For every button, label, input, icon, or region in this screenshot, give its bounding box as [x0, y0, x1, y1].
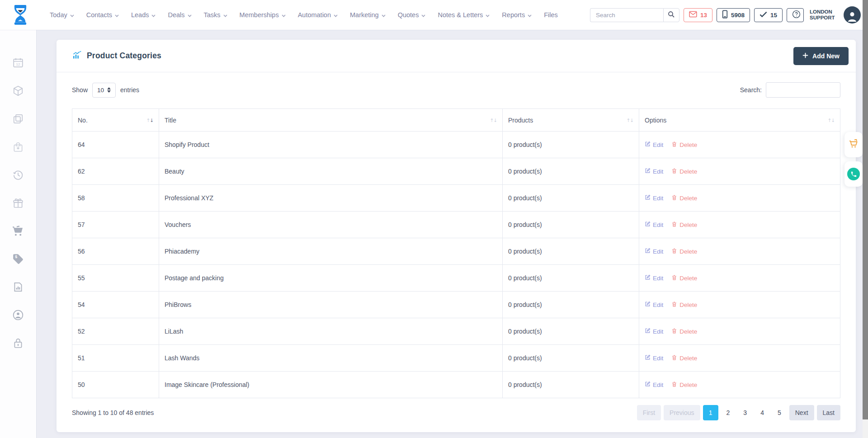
cart-side-tab[interactable]: [844, 132, 863, 157]
help-button[interactable]: [787, 8, 804, 22]
delete-link[interactable]: Delete: [671, 248, 697, 255]
cell-options: Edit Delete: [639, 212, 840, 238]
column-header-options[interactable]: Options ↑↓: [639, 109, 840, 132]
pagination-page-2[interactable]: 2: [721, 405, 736, 420]
package-icon[interactable]: [12, 85, 24, 97]
account-icon[interactable]: [12, 309, 24, 321]
plus-icon: [802, 52, 808, 60]
nav-item-contacts[interactable]: Contacts: [86, 11, 119, 19]
delete-link[interactable]: Delete: [671, 301, 697, 309]
delete-link[interactable]: Delete: [671, 141, 697, 149]
edit-link[interactable]: Edit: [645, 274, 663, 282]
nav-item-quotes[interactable]: Quotes: [398, 11, 426, 19]
edit-link[interactable]: Edit: [645, 328, 663, 335]
calls-badge[interactable]: 5908: [717, 8, 750, 22]
sort-icon: ↑↓: [626, 118, 633, 123]
edit-link[interactable]: Edit: [645, 194, 663, 202]
nav-item-leads[interactable]: Leads: [131, 11, 156, 19]
table-row: 52 LiLash 0 product(s) Edit: [72, 318, 840, 345]
edit-link[interactable]: Edit: [645, 301, 663, 308]
nav-item-label: Quotes: [398, 11, 419, 19]
column-header-no[interactable]: No. ↑↓: [72, 109, 159, 132]
chevron-down-icon: [115, 11, 119, 19]
delete-link[interactable]: Delete: [671, 194, 697, 202]
edit-link[interactable]: Edit: [645, 354, 663, 362]
delete-link[interactable]: Delete: [671, 221, 697, 229]
nav-item-label: Contacts: [86, 11, 112, 19]
add-new-button[interactable]: Add New: [793, 47, 849, 65]
nav-item-marketing[interactable]: Marketing: [350, 11, 386, 19]
delete-link[interactable]: Delete: [671, 168, 697, 175]
nav-item-reports[interactable]: Reports: [502, 11, 532, 19]
cart-icon[interactable]: [12, 225, 24, 237]
nav-item-automation[interactable]: Automation: [298, 11, 338, 19]
table-search-label: Search:: [740, 86, 762, 94]
sort-icon: ↑↓: [146, 118, 153, 123]
table-search-input[interactable]: [766, 82, 840, 98]
pagination-page-1[interactable]: 1: [703, 405, 718, 420]
column-header-title[interactable]: Title ↑↓: [159, 109, 503, 132]
table-row: 58 Professional XYZ 0 product(s) Edit: [72, 185, 840, 212]
nav-item-label: Tasks: [204, 11, 221, 19]
lock-icon[interactable]: [12, 337, 24, 349]
scrollbar-thumb[interactable]: [863, 0, 868, 419]
cell-no: 51: [72, 345, 159, 372]
product-categories-card: Product Categories Add New Show 10 entri…: [57, 40, 856, 432]
nav-item-files[interactable]: Files: [544, 11, 558, 19]
add-new-label: Add New: [812, 52, 840, 60]
edit-link[interactable]: Edit: [645, 221, 663, 228]
delete-link[interactable]: Delete: [671, 354, 697, 362]
cell-no: 58: [72, 185, 159, 212]
search-button[interactable]: [663, 8, 679, 22]
edit-link[interactable]: Edit: [645, 168, 663, 175]
cell-no: 57: [72, 212, 159, 238]
gift-icon[interactable]: [12, 197, 24, 209]
cell-products: 0 product(s): [503, 158, 639, 185]
pagination-previous[interactable]: Previous: [664, 405, 700, 420]
cell-no: 62: [72, 158, 159, 185]
pagination-page-5[interactable]: 5: [772, 405, 787, 420]
pagination-last[interactable]: Last: [817, 405, 840, 420]
avatar[interactable]: [844, 6, 861, 24]
nav-item-deals[interactable]: Deals: [168, 11, 191, 19]
nav-item-notes-letters[interactable]: Notes & Letters: [438, 11, 490, 19]
cell-options: Edit Delete: [639, 292, 840, 318]
call-side-tab[interactable]: [844, 161, 863, 187]
shopping-bag-icon[interactable]: [12, 141, 24, 153]
nav-item-today[interactable]: Today: [50, 11, 74, 19]
nav-item-tasks[interactable]: Tasks: [204, 11, 227, 19]
pagination-next[interactable]: Next: [789, 405, 814, 420]
app-logo-hourglass-icon[interactable]: [11, 5, 30, 25]
clone-icon[interactable]: [12, 113, 24, 125]
trash-icon: [671, 354, 677, 362]
report-file-icon[interactable]: [12, 281, 24, 293]
cell-no: 52: [72, 318, 159, 345]
nav-item-memberships[interactable]: Memberships: [240, 11, 286, 19]
edit-icon: [645, 221, 651, 228]
mail-badge[interactable]: 13: [684, 8, 712, 22]
page-length-value: 10: [97, 87, 104, 94]
pagination-page-4[interactable]: 4: [755, 405, 769, 420]
calls-count: 5908: [731, 12, 745, 19]
cell-title: Lash Wands: [159, 345, 503, 372]
tasks-badge[interactable]: 15: [754, 8, 783, 22]
delete-link[interactable]: Delete: [671, 274, 697, 282]
calendar-icon[interactable]: 12: [12, 57, 24, 69]
delete-link[interactable]: Delete: [671, 381, 697, 389]
pagination-page-3[interactable]: 3: [738, 405, 752, 420]
edit-link[interactable]: Edit: [645, 248, 663, 255]
edit-icon: [645, 141, 651, 148]
history-icon[interactable]: [12, 169, 24, 181]
delete-link[interactable]: Delete: [671, 328, 697, 335]
edit-link[interactable]: Edit: [645, 141, 663, 148]
cell-title: Professional XYZ: [159, 185, 503, 212]
pagination-first[interactable]: First: [637, 405, 661, 420]
cell-title: Postage and packing: [159, 265, 503, 292]
tasks-count: 15: [770, 12, 777, 19]
edit-link[interactable]: Edit: [645, 381, 663, 388]
global-search-input[interactable]: [590, 8, 663, 22]
price-tag-icon[interactable]: $: [12, 253, 24, 265]
page-length-select[interactable]: 10: [92, 83, 116, 98]
column-header-products[interactable]: Products ↑↓: [503, 109, 639, 132]
trash-icon: [671, 168, 677, 175]
